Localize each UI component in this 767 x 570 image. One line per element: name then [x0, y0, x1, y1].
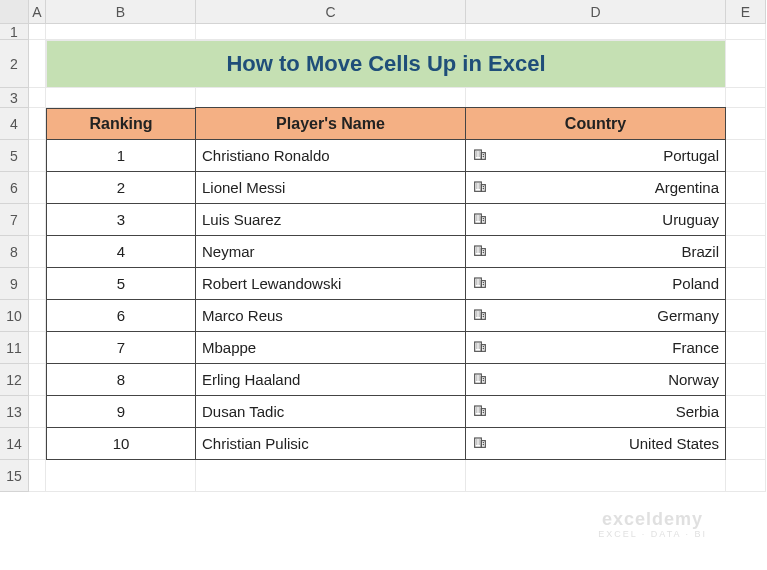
cell-B1[interactable]	[46, 24, 196, 40]
cell-E5[interactable]	[726, 140, 766, 172]
cell-B15[interactable]	[46, 460, 196, 492]
country-cell-9[interactable]: United States	[465, 427, 726, 460]
row-header-2[interactable]: 2	[0, 40, 29, 88]
row-header-3[interactable]: 3	[0, 88, 29, 108]
country-cell-5[interactable]: Germany	[465, 299, 726, 332]
cell-D3[interactable]	[466, 88, 726, 108]
cell-A1[interactable]	[29, 24, 46, 40]
cell-A4[interactable]	[29, 108, 46, 140]
building-icon	[472, 178, 488, 197]
header-country[interactable]: Country	[465, 107, 726, 140]
row-header-9[interactable]: 9	[0, 268, 29, 300]
svg-rect-50	[475, 310, 482, 319]
country-cell-8[interactable]: Serbia	[465, 395, 726, 428]
row-header-6[interactable]: 6	[0, 172, 29, 204]
rank-cell-0[interactable]: 1	[46, 139, 196, 172]
cell-E15[interactable]	[726, 460, 766, 492]
rank-cell-8[interactable]: 9	[46, 395, 196, 428]
row-header-5[interactable]: 5	[0, 140, 29, 172]
cell-E3[interactable]	[726, 88, 766, 108]
cell-B3[interactable]	[46, 88, 196, 108]
header-player[interactable]: Player's Name	[195, 107, 466, 140]
cell-A7[interactable]	[29, 204, 46, 236]
country-cell-4[interactable]: Poland	[465, 267, 726, 300]
cell-A10[interactable]	[29, 300, 46, 332]
country-cell-0[interactable]: Portugal	[465, 139, 726, 172]
col-header-D[interactable]: D	[466, 0, 726, 24]
country-cell-6[interactable]: France	[465, 331, 726, 364]
rank-cell-3[interactable]: 4	[46, 235, 196, 268]
cell-E7[interactable]	[726, 204, 766, 236]
cell-A14[interactable]	[29, 428, 46, 460]
player-cell-4[interactable]: Robert Lewandowski	[195, 267, 466, 300]
row-header-1[interactable]: 1	[0, 24, 29, 40]
player-cell-6[interactable]: Mbappe	[195, 331, 466, 364]
rank-cell-9[interactable]: 10	[46, 427, 196, 460]
row-header-4[interactable]: 4	[0, 108, 29, 140]
cell-A13[interactable]	[29, 396, 46, 428]
player-cell-0[interactable]: Christiano Ronaldo	[195, 139, 466, 172]
country-name: France	[672, 339, 719, 356]
row-header-15[interactable]: 15	[0, 460, 29, 492]
cell-A3[interactable]	[29, 88, 46, 108]
cell-E12[interactable]	[726, 364, 766, 396]
title-cell[interactable]: How to Move Cells Up in Excel	[46, 40, 726, 88]
rank-cell-7[interactable]: 8	[46, 363, 196, 396]
col-header-C[interactable]: C	[196, 0, 466, 24]
cell-E11[interactable]	[726, 332, 766, 364]
country-cell-7[interactable]: Norway	[465, 363, 726, 396]
country-cell-2[interactable]: Uruguay	[465, 203, 726, 236]
cell-A8[interactable]	[29, 236, 46, 268]
country-cell-3[interactable]: Brazil	[465, 235, 726, 268]
cell-E4[interactable]	[726, 108, 766, 140]
rank-cell-2[interactable]: 3	[46, 203, 196, 236]
rank-cell-5[interactable]: 6	[46, 299, 196, 332]
player-name: Erling Haaland	[202, 371, 300, 388]
row-header-13[interactable]: 13	[0, 396, 29, 428]
col-header-B[interactable]: B	[46, 0, 196, 24]
col-header-A[interactable]: A	[29, 0, 46, 24]
player-cell-3[interactable]: Neymar	[195, 235, 466, 268]
cell-C1[interactable]	[196, 24, 466, 40]
cell-A15[interactable]	[29, 460, 46, 492]
select-all-corner[interactable]	[0, 0, 29, 24]
header-ranking[interactable]: Ranking	[46, 108, 196, 140]
rank-cell-6[interactable]: 7	[46, 331, 196, 364]
player-cell-2[interactable]: Luis Suarez	[195, 203, 466, 236]
country-cell-1[interactable]: Argentina	[465, 171, 726, 204]
cell-A6[interactable]	[29, 172, 46, 204]
rank-cell-4[interactable]: 5	[46, 267, 196, 300]
cell-A2[interactable]	[29, 40, 46, 88]
cell-E6[interactable]	[726, 172, 766, 204]
cell-E13[interactable]	[726, 396, 766, 428]
cell-E1[interactable]	[726, 24, 766, 40]
cell-C3[interactable]	[196, 88, 466, 108]
row-header-14[interactable]: 14	[0, 428, 29, 460]
cell-A12[interactable]	[29, 364, 46, 396]
cell-E14[interactable]	[726, 428, 766, 460]
row-header-10[interactable]: 10	[0, 300, 29, 332]
building-icon	[472, 274, 488, 293]
svg-rect-70	[475, 374, 482, 383]
player-cell-7[interactable]: Erling Haaland	[195, 363, 466, 396]
player-cell-8[interactable]: Dusan Tadic	[195, 395, 466, 428]
player-cell-5[interactable]: Marco Reus	[195, 299, 466, 332]
player-cell-1[interactable]: Lionel Messi	[195, 171, 466, 204]
cell-E9[interactable]	[726, 268, 766, 300]
cell-A5[interactable]	[29, 140, 46, 172]
cell-E10[interactable]	[726, 300, 766, 332]
row-header-8[interactable]: 8	[0, 236, 29, 268]
row-header-7[interactable]: 7	[0, 204, 29, 236]
rank-cell-1[interactable]: 2	[46, 171, 196, 204]
col-header-E[interactable]: E	[726, 0, 766, 24]
cell-E2[interactable]	[726, 40, 766, 88]
cell-D15[interactable]	[466, 460, 726, 492]
cell-A11[interactable]	[29, 332, 46, 364]
cell-A9[interactable]	[29, 268, 46, 300]
cell-D1[interactable]	[466, 24, 726, 40]
row-header-11[interactable]: 11	[0, 332, 29, 364]
cell-C15[interactable]	[196, 460, 466, 492]
cell-E8[interactable]	[726, 236, 766, 268]
player-cell-9[interactable]: Christian Pulisic	[195, 427, 466, 460]
row-header-12[interactable]: 12	[0, 364, 29, 396]
